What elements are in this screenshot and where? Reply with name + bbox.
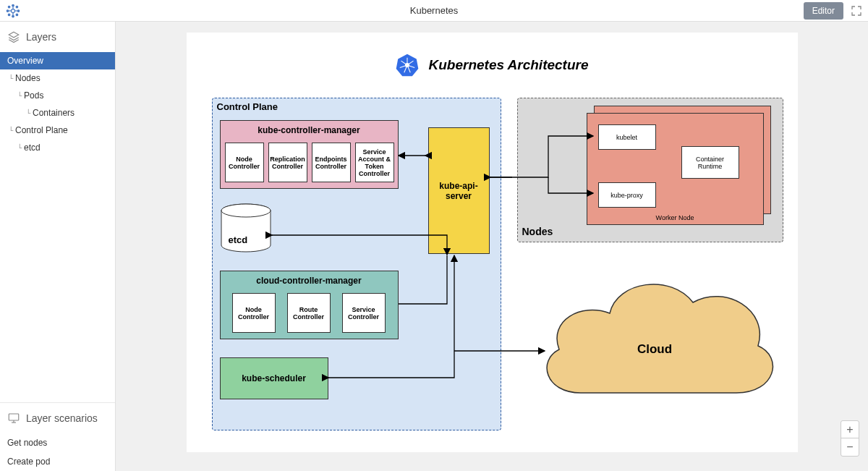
ccm-svc-ctrl: Service Controller bbox=[342, 293, 386, 333]
svg-point-4 bbox=[17, 9, 20, 12]
worker-node-front: kubelet kube-proxy Container Runtime Wor… bbox=[587, 113, 764, 225]
svg-point-6 bbox=[16, 6, 17, 8]
api-server-box: kube-api-server bbox=[428, 127, 490, 254]
etcd-cylinder-icon bbox=[220, 203, 272, 254]
kcm-title: kube-controller-manager bbox=[221, 121, 398, 135]
layers-icon bbox=[7, 30, 20, 43]
scenario-create-pod[interactable]: Create pod bbox=[0, 452, 115, 471]
tree-item-pods[interactable]: └Pods bbox=[0, 87, 115, 104]
ccm-title: cloud-controller-manager bbox=[221, 271, 398, 286]
svg-rect-13 bbox=[9, 414, 19, 420]
ccm-node-ctrl: Node Controller bbox=[232, 293, 276, 333]
scheduler-box: kube-scheduler bbox=[220, 357, 328, 399]
scenarios-header-label: Layer scenarios bbox=[26, 412, 98, 424]
svg-point-8 bbox=[16, 14, 17, 15]
ccm-box: cloud-controller-manager Node Controller… bbox=[220, 271, 399, 339]
tree-item-etcd[interactable]: └etcd bbox=[0, 139, 115, 156]
kube-proxy-box: kube-proxy bbox=[598, 182, 656, 208]
page-title: Kubernetes bbox=[410, 5, 459, 16]
svg-point-2 bbox=[12, 15, 14, 17]
control-plane-box: Control Plane kube-controller-manager No… bbox=[212, 98, 501, 430]
cloud-label: Cloud bbox=[637, 342, 671, 356]
api-server-label: kube-api-server bbox=[429, 181, 489, 201]
diagram-title: Kubernetes Architecture bbox=[428, 57, 588, 73]
kcm-box: kube-controller-manager Node Controller … bbox=[220, 120, 399, 189]
monitor-icon bbox=[7, 412, 20, 425]
kcm-ep-ctrl: Endpoints Controller bbox=[312, 143, 351, 182]
control-plane-label: Control Plane bbox=[217, 101, 278, 112]
kubelet-box: kubelet bbox=[598, 124, 656, 150]
layers-header-label: Layers bbox=[26, 31, 56, 43]
etcd-label: etcd bbox=[229, 234, 248, 245]
kcm-node-ctrl: Node Controller bbox=[225, 143, 264, 182]
tree-item-overview[interactable]: Overview bbox=[0, 52, 115, 69]
worker-node-label: Worker Node bbox=[587, 214, 763, 221]
zoom-control: + − bbox=[841, 420, 859, 457]
cloud-shape: Cloud bbox=[530, 263, 780, 415]
kcm-repl-ctrl: Replication Controller bbox=[268, 143, 307, 182]
layer-tree: Overview └Nodes └Pods └Containers └Contr… bbox=[0, 52, 115, 156]
editor-button[interactable]: Editor bbox=[804, 2, 843, 20]
tree-item-nodes[interactable]: └Nodes bbox=[0, 69, 115, 87]
app-logo-icon bbox=[6, 4, 20, 18]
svg-point-0 bbox=[12, 9, 15, 12]
fullscreen-icon[interactable] bbox=[851, 5, 862, 17]
nodes-label: Nodes bbox=[522, 226, 553, 237]
container-runtime-box: Container Runtime bbox=[681, 146, 739, 179]
svg-point-5 bbox=[8, 6, 10, 8]
diagram: Kubernetes Architecture Control Plane ku… bbox=[187, 33, 798, 452]
svg-point-1 bbox=[12, 4, 14, 7]
zoom-in-button[interactable]: + bbox=[841, 421, 859, 438]
canvas[interactable]: Kubernetes Architecture Control Plane ku… bbox=[116, 22, 868, 471]
kubernetes-logo-icon bbox=[395, 53, 420, 77]
ccm-route-ctrl: Route Controller bbox=[287, 293, 331, 333]
scheduler-label: kube-scheduler bbox=[242, 373, 306, 383]
sidebar: Layers Overview └Nodes └Pods └Containers… bbox=[0, 22, 116, 471]
kcm-svc-ctrl: Service Account & Token Controller bbox=[355, 143, 394, 182]
scenario-get-nodes[interactable]: Get nodes bbox=[0, 433, 115, 452]
svg-point-7 bbox=[8, 14, 10, 15]
scenarios-header: Layer scenarios bbox=[0, 403, 115, 433]
svg-point-26 bbox=[221, 204, 271, 217]
tree-item-containers[interactable]: └Containers bbox=[0, 104, 115, 122]
zoom-out-button[interactable]: − bbox=[841, 438, 859, 456]
tree-item-control-plane[interactable]: └Control Plane bbox=[0, 122, 115, 139]
nodes-box: Nodes kubelet kube-proxy Container Runti… bbox=[517, 98, 783, 242]
topbar: Kubernetes Editor bbox=[0, 0, 868, 22]
layers-header: Layers bbox=[0, 22, 115, 52]
svg-point-3 bbox=[7, 9, 9, 12]
